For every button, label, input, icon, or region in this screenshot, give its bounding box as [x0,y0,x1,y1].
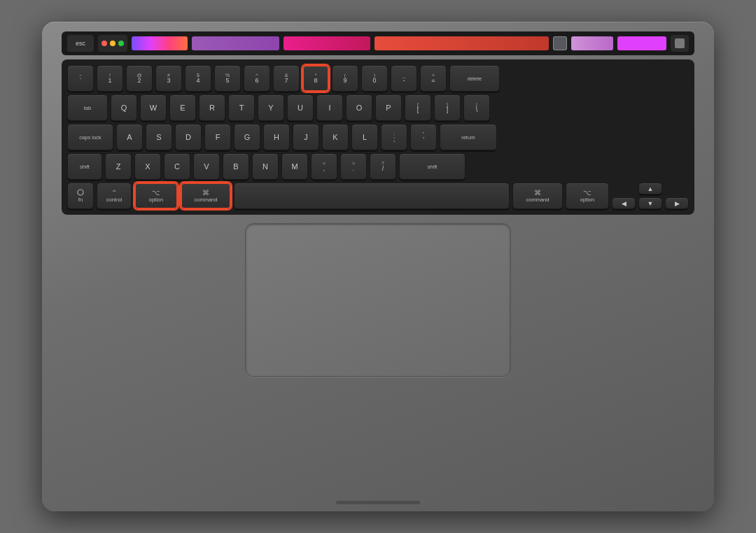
key-arrow-right[interactable]: ▶ [665,197,689,209]
touch-bar: esc [62,31,694,55]
key-w[interactable]: W [140,94,167,121]
key-y[interactable]: Y [258,94,284,121]
tb-siri-icon [675,38,685,48]
key-lbracket[interactable]: {[ [405,94,431,121]
zxcv-row: shift Z X C V B N M <, >. ?/ shift [67,153,689,180]
key-period[interactable]: >. [340,153,367,180]
esc-key[interactable]: esc [67,35,94,52]
asdf-row: caps lock A S D F G H J K L :; "' return [67,124,689,150]
key-r[interactable]: R [199,94,225,121]
key-x[interactable]: X [134,153,161,180]
key-minus[interactable]: _- [391,65,417,92]
key-s[interactable]: S [146,124,172,150]
key-n[interactable]: N [252,153,279,180]
key-shift-right[interactable]: shift [399,153,465,180]
key-u[interactable]: U [287,94,314,121]
tb-right-control[interactable] [671,35,689,52]
key-control[interactable]: ⌃ control [97,183,132,209]
key-k[interactable]: K [322,124,349,150]
key-f[interactable]: F [204,124,231,150]
tb-dot-red [102,41,107,46]
key-tilde[interactable]: ~` [67,65,94,92]
key-0[interactable]: )0 [361,65,388,92]
key-5[interactable]: %5 [214,65,241,92]
key-p[interactable]: P [375,94,402,121]
keyboard: ~` !1 @2 #3 $4 %5 ^6 &7 *8 (9 )0 _- += d… [62,59,694,215]
svg-point-0 [78,190,83,195]
tb-strip-magenta[interactable] [617,36,666,50]
qwerty-row: tab Q W E R T Y U I O P {[ }] |\ [67,94,689,121]
key-8[interactable]: *8 [302,65,329,92]
bottom-row: fn ⌃ control ⌥ option ⌘ command ⌘ comman… [67,183,689,209]
key-rbracket[interactable]: }] [434,94,461,121]
number-row: ~` !1 @2 #3 $4 %5 ^6 &7 *8 (9 )0 _- += d… [67,65,689,92]
key-o[interactable]: O [346,94,372,121]
key-fn[interactable]: fn [67,183,94,209]
arrow-cluster: ▲ ◀ ▼ ▶ [612,183,689,209]
key-6[interactable]: ^6 [244,65,270,92]
key-l[interactable]: L [351,124,378,150]
key-t[interactable]: T [228,94,255,121]
key-i[interactable]: I [316,94,343,121]
tb-thumb[interactable] [553,36,567,50]
key-return[interactable]: return [440,124,497,150]
bottom-notch [336,501,420,504]
key-tab[interactable]: tab [67,94,108,121]
key-backslash[interactable]: |\ [463,94,490,121]
key-d[interactable]: D [175,124,202,150]
key-c[interactable]: C [164,153,190,180]
key-arrow-up[interactable]: ▲ [638,183,662,194]
key-shift-left[interactable]: shift [67,153,102,180]
key-3[interactable]: #3 [155,65,182,92]
key-z[interactable]: Z [105,153,132,180]
laptop-body: esc ~` !1 @2 #3 $4 %5 ^6 &7 *8 (9 [42,22,714,511]
key-equals[interactable]: += [420,65,447,92]
key-comma[interactable]: <, [311,153,337,180]
key-semicolon[interactable]: :; [381,124,407,150]
key-q[interactable]: Q [111,94,137,121]
key-command-left[interactable]: ⌘ command [181,183,231,209]
tb-dot-yellow [110,41,115,46]
trackpad-area [62,223,694,377]
key-j[interactable]: J [293,124,319,150]
key-2[interactable]: @2 [126,65,153,92]
key-arrow-down[interactable]: ▼ [638,197,662,209]
tb-slider[interactable] [132,36,188,50]
key-1[interactable]: !1 [97,65,123,92]
key-arrow-left[interactable]: ◀ [612,197,636,209]
key-b[interactable]: B [223,153,249,180]
key-command-right[interactable]: ⌘ command [512,183,563,209]
key-a[interactable]: A [116,124,143,150]
key-e[interactable]: E [169,94,196,121]
key-v[interactable]: V [193,153,220,180]
key-h[interactable]: H [263,124,290,150]
tb-strip-coral[interactable] [374,36,549,50]
tb-dot-green [118,41,124,46]
key-slash[interactable]: ?/ [370,153,396,180]
key-9[interactable]: (9 [332,65,358,92]
key-option-right[interactable]: ⌥ option [566,183,609,209]
key-4[interactable]: $4 [185,65,211,92]
key-g[interactable]: G [234,124,260,150]
trackpad[interactable] [245,223,511,377]
tb-strip-purple[interactable] [192,36,279,50]
key-option-left[interactable]: ⌥ option [134,183,178,209]
key-quote[interactable]: "' [410,124,437,150]
key-delete[interactable]: delete [449,65,500,92]
tb-strip-pink[interactable] [284,36,371,50]
tb-controls [98,35,127,52]
key-m[interactable]: M [281,153,308,180]
key-capslock[interactable]: caps lock [67,124,113,150]
key-space[interactable] [234,183,510,209]
tb-strip-lavender[interactable] [571,36,613,50]
key-7[interactable]: &7 [273,65,300,92]
